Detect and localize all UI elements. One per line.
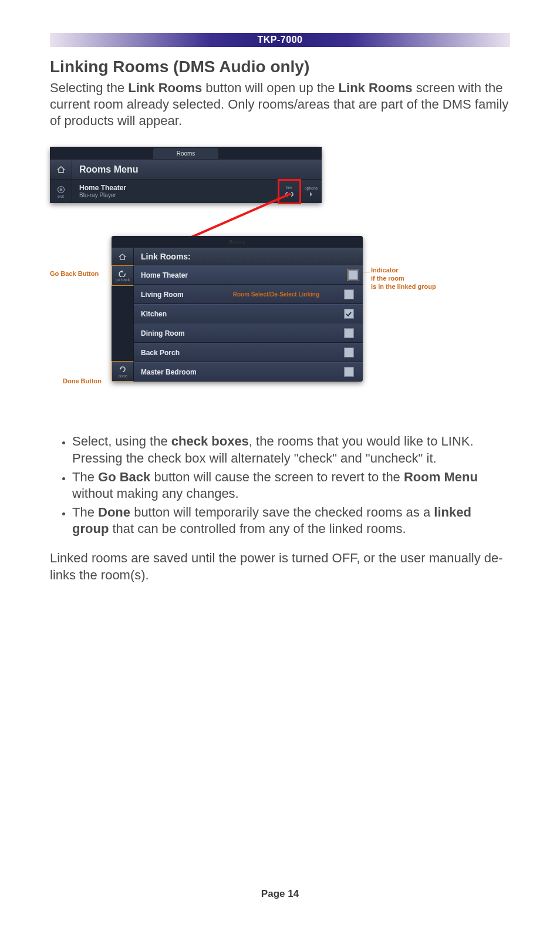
section-heading: Linking Rooms (DMS Audio only): [50, 58, 510, 76]
link-rooms-header-row: Link Rooms:: [112, 248, 363, 265]
current-room-row: exit Home Theater Blu-ray Player link op…: [50, 180, 322, 203]
page-content: TKP-7000 Linking Rooms (DMS Audio only) …: [0, 0, 560, 583]
bullet-text: button will cause the screen to revert t…: [150, 470, 404, 484]
check-icon: [345, 311, 352, 318]
bullet-3: The Done button will temporarily save th…: [72, 504, 510, 537]
room-checkbox[interactable]: [344, 328, 354, 338]
refresh-icon: [119, 365, 127, 373]
intro-text: button will open up the: [202, 80, 338, 95]
link-rooms-button[interactable]: link: [278, 180, 300, 203]
indicator-line2: if the room: [371, 275, 404, 282]
indicator-connector-line: [363, 272, 370, 272]
room-checkbox[interactable]: [344, 348, 354, 357]
link-icon: [285, 191, 294, 198]
intro-bold-2: Link Rooms: [339, 80, 413, 95]
room-name: Kitchen: [134, 310, 343, 318]
exit-label: exit: [58, 194, 64, 198]
bullet-text: that can be controlled from any of the l…: [109, 521, 406, 536]
rooms-tab-2[interactable]: Rooms: [210, 237, 265, 247]
done-label-text: done: [118, 374, 127, 378]
chevron-right-icon: [309, 191, 313, 197]
exit-button[interactable]: exit: [50, 180, 72, 203]
bullet-bold: check boxes: [171, 434, 249, 448]
bullet-text: button will temporarily save the checked…: [130, 505, 434, 519]
house-icon: [56, 166, 66, 174]
home-button[interactable]: [50, 160, 72, 179]
room-row-dining-room[interactable]: Dining Room: [134, 323, 363, 343]
room-row-home-theater[interactable]: Home Theater: [134, 265, 363, 285]
bullet-text: Select, using the: [72, 434, 171, 448]
room-checkbox[interactable]: [344, 367, 354, 377]
room-checkbox[interactable]: [344, 289, 354, 299]
done-button[interactable]: done: [112, 361, 134, 382]
bullet-text: without making any changes.: [72, 486, 239, 501]
go-back-callout: Go Back Button: [50, 270, 99, 277]
room-checkbox[interactable]: [348, 270, 358, 280]
close-icon: [57, 185, 65, 194]
options-button[interactable]: options: [300, 180, 322, 203]
rooms-menu-header: Rooms Menu: [50, 160, 322, 180]
bullet-text: The: [72, 505, 98, 519]
bullet-bold: Done: [98, 505, 130, 519]
bullet-bold: Room Menu: [404, 470, 478, 484]
figure-area: Rooms Rooms Menu exit Home Theater Blu-r…: [50, 147, 510, 417]
intro-text: Selecting the: [50, 80, 128, 95]
link-small-label: link: [286, 185, 293, 190]
bullet-1: Select, using the check boxes, the rooms…: [72, 433, 510, 466]
room-row-back-porch[interactable]: Back Porch: [134, 343, 363, 362]
room-name: Master Bedroom: [134, 368, 343, 376]
room-name: Dining Room: [134, 329, 343, 338]
room-name: Back Porch: [134, 349, 343, 357]
room-select-callout: Room Select/De-Select Linking: [233, 291, 319, 298]
home-button-2[interactable]: [112, 248, 134, 265]
model-banner: TKP-7000: [50, 33, 510, 47]
done-callout: Done Button: [63, 377, 102, 384]
link-rooms-title: Link Rooms:: [134, 252, 363, 261]
tab-row: Rooms: [50, 147, 322, 160]
options-small-label: options: [305, 186, 318, 190]
rooms-menu-panel: Rooms Rooms Menu exit Home Theater Blu-r…: [50, 147, 322, 203]
instruction-list: Select, using the check boxes, the rooms…: [58, 433, 510, 537]
room-row-master-bedroom[interactable]: Master Bedroom: [134, 362, 363, 382]
current-source-name: Blu-ray Player: [79, 192, 278, 198]
current-room-name: Home Theater: [79, 184, 278, 192]
room-name: Home Theater: [134, 271, 343, 279]
intro-paragraph: Selecting the Link Rooms button will ope…: [50, 80, 510, 129]
room-checkbox[interactable]: [344, 309, 354, 319]
closing-paragraph: Linked rooms are saved until the power i…: [50, 550, 510, 583]
link-rooms-panel: Rooms Link Rooms: go back done: [112, 236, 363, 382]
indicator-callout: Indicator if the room is in the linked g…: [371, 266, 500, 291]
go-back-label-text: go back: [116, 278, 130, 282]
current-room-text: Home Theater Blu-ray Player: [72, 180, 278, 203]
go-back-button[interactable]: go back: [112, 265, 134, 286]
page-footer: Page 14: [0, 888, 560, 900]
rooms-tab[interactable]: Rooms: [153, 148, 219, 159]
house-icon: [118, 253, 127, 261]
indicator-line3: is in the linked group: [371, 283, 436, 290]
intro-bold-1: Link Rooms: [128, 80, 202, 95]
bullet-text: The: [72, 470, 98, 484]
rooms-menu-title: Rooms Menu: [72, 164, 322, 175]
room-row-living-room[interactable]: Living Room Room Select/De-Select Linkin…: [134, 285, 363, 304]
bullet-bold: Go Back: [98, 470, 150, 484]
room-row-kitchen[interactable]: Kitchen: [134, 304, 363, 323]
bullet-2: The Go Back button will cause the screen…: [72, 469, 510, 502]
indicator-line1: Indicator: [371, 266, 398, 274]
room-name: Living Room: [134, 291, 233, 299]
indicator-checkbox-highlight: [347, 269, 359, 281]
back-arrow-icon: [119, 270, 127, 277]
